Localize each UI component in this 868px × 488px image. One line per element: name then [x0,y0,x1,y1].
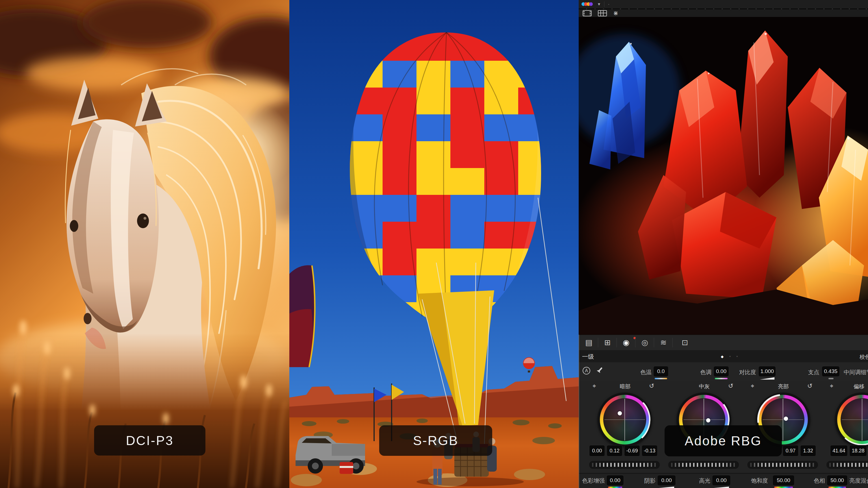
midtone-detail-label: 中间调细节 [844,368,868,376]
color-wheels-icon[interactable]: ◉ [619,337,633,349]
contrast-value[interactable]: 1.000 [758,366,776,377]
divider [617,338,617,347]
palette-title: 一级 [582,353,594,361]
tint-value[interactable]: 0.00 [713,366,729,377]
app-browser-bar: ⋇ [579,9,868,17]
color-boost-label: 色彩增强 [581,477,604,485]
gamma-master-slider[interactable] [668,461,739,469]
lift-wheel-cell: ⌖ 暗部 ↺ 0.00 0.12 -0.69 -0.13 [589,381,661,473]
adobe-rgb-label: Adobe RBG [664,425,782,456]
pivot-value[interactable]: 0.435 [822,366,840,377]
srgb-label: S-RGB [379,425,492,456]
primary-adjustments-bar: A 色温 0.0 色调 0.00 对比度 1.000 支点 0.435 中间调细… [579,362,868,382]
effects-sparkle-icon[interactable]: ⋇ [613,10,618,17]
tint-underline [715,378,727,379]
lift-master-slider[interactable] [589,461,660,469]
offset-green-value[interactable]: 18.28 [849,445,867,456]
divider [598,338,598,347]
lum-mix-label: 亮度混合 [849,477,868,485]
panel-left-edge [579,335,579,488]
contrast-underline [760,377,774,380]
dci-p3-label: DCI-P3 [94,425,206,456]
horse-photo [0,0,289,488]
camera-raw-icon[interactable]: ▤ [582,337,596,349]
underline [774,487,793,488]
divider [604,1,604,7]
screenshot-stage: DCI-P3 [0,0,868,488]
pivot-underline [829,378,834,379]
app-top-bar: ▾ [579,0,868,8]
reset-icon[interactable]: ↺ [649,382,654,390]
offset-color-wheel[interactable] [835,393,868,447]
curves-icon[interactable]: ≋ [657,337,670,349]
balloon-photo [289,0,579,488]
divider [635,338,636,347]
lift-blue-value[interactable]: -0.13 [642,445,657,456]
palette-header: 一级 ◆ • • 校色轮 [579,350,868,363]
gain-green-value[interactable]: 0.97 [783,445,799,456]
lift-red-value[interactable]: 0.12 [607,445,622,456]
palette-toolbar: ▤ ⊞ ◉ ◎ ≋ ⊡ [579,335,868,351]
gain-blue-value[interactable]: 1.32 [800,445,816,456]
highlights-value[interactable]: 0.00 [712,475,731,486]
dot-icon [608,4,609,5]
lift-master-value[interactable]: 0.00 [589,445,605,456]
divider [673,338,673,347]
wheel-indicator[interactable] [618,411,622,415]
underline [659,487,674,488]
lift-color-wheel[interactable] [598,393,652,447]
wheel-indicator[interactable] [784,417,788,421]
panel-dci-p3: DCI-P3 [0,0,289,488]
panel-color-app: ▾ ⋇ [579,0,868,488]
tint-label: 色调 [689,368,711,376]
saturation-label: 饱和度 [749,477,768,485]
palette-mode-label[interactable]: 校色轮 [860,353,868,361]
clips-filmstrip-icon[interactable] [583,10,592,17]
pager-active-icon[interactable]: ◆ [721,354,724,359]
secondary-adjustments-bar: 色彩增强 0.00 阴影 0.00 高光 0.00 饱和度 50.00 色相 5… [579,473,868,488]
crystal-photo [579,17,868,335]
sizing-icon[interactable]: ⊡ [678,337,692,349]
hue-value[interactable]: 50.00 [827,475,848,486]
gain-master-slider[interactable] [747,461,818,469]
srgb-label-text: S-RGB [413,433,459,448]
offset-red-value[interactable]: 41.64 [830,445,848,456]
offset-wheel-cell: ⌖ 偏移 41.64 18.28 [827,381,868,473]
hdr-wheels-icon[interactable]: ◎ [638,337,652,349]
chevron-down-icon[interactable]: ▾ [598,2,600,6]
color-match-icon[interactable]: ⊞ [601,337,614,349]
reset-icon[interactable]: ↺ [807,382,812,390]
thumbnail-grid-icon[interactable] [598,10,607,17]
auto-balance-icon[interactable]: A [583,367,590,375]
dci-p3-label-text: DCI-P3 [126,433,174,448]
contrast-label: 对比度 [730,368,756,376]
shadows-label: 阴影 [642,477,655,485]
offset-wheel-label: 偏移 [827,383,868,390]
underline [608,487,622,488]
temp-underline [655,378,667,379]
pager-dot-icon[interactable]: • [729,354,731,359]
eyedropper-icon[interactable] [596,367,604,375]
highlights-label: 高光 [697,477,710,485]
hue-label: 色相 [811,477,825,485]
wheel-indicator[interactable] [706,418,710,422]
pager-dot-icon[interactable]: • [736,354,738,359]
saturation-value[interactable]: 50.00 [773,475,795,486]
left-partial-balloon [289,265,315,367]
gallery-luts-icon[interactable] [582,1,594,7]
pivot-label: 支点 [797,368,819,376]
temp-label: 色温 [629,368,652,376]
divider [654,338,654,347]
color-boost-value[interactable]: 0.00 [607,475,624,486]
underline [829,487,846,488]
viewer-image-zone [579,17,868,335]
panel-srgb: S-RGB [289,0,579,488]
shadows-value[interactable]: 0.00 [657,475,676,486]
lift-green-value[interactable]: -0.69 [624,445,640,456]
reset-icon[interactable]: ↺ [728,382,733,390]
underline [714,487,729,488]
temp-value[interactable]: 0.0 [653,366,669,377]
adobe-rgb-label-text: Adobe RBG [685,433,762,449]
offset-master-slider[interactable] [827,461,868,469]
